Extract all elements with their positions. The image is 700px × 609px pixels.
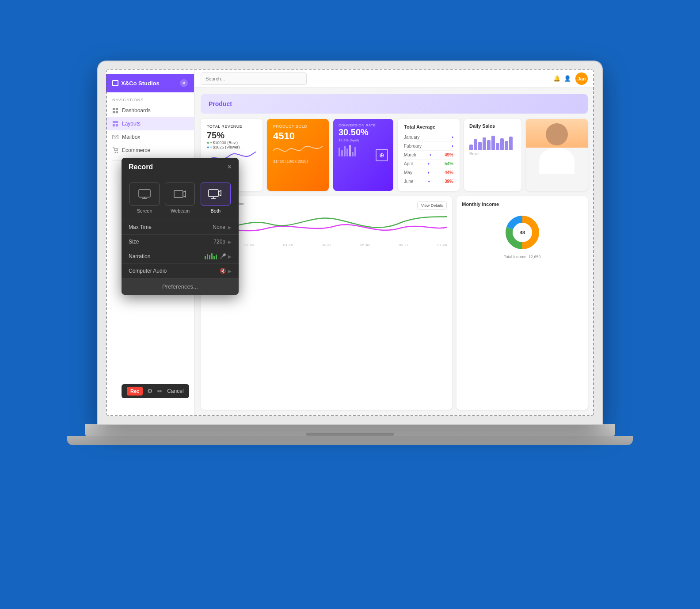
daily-sales-card: Daily Sales (464, 119, 521, 191)
sidebar-item-ecommerce[interactable]: Ecommerce (106, 144, 194, 157)
screen-bezel: X&Co Studios × NAVIGATIONS Dashboards (98, 61, 602, 424)
revenue-amount: • $10000 (Rev.) (210, 141, 238, 145)
preferences-button[interactable]: Preferences... (122, 278, 239, 295)
max-time-row[interactable]: Max Time None ▶ (122, 220, 239, 234)
x-label-2: 02 Jul (244, 243, 254, 247)
wave-chart-svg (206, 209, 447, 240)
conversion-card: CONVERSION RATE 30.50% 14.2% (April) (333, 119, 393, 191)
n-bar-1 (205, 256, 206, 259)
webcam-option[interactable]: Webcam (165, 183, 195, 213)
donut-svg: 48 (502, 213, 542, 252)
edit-icon[interactable]: ✏ (157, 388, 163, 395)
narration-level-indicator (205, 253, 217, 259)
svg-marker-21 (218, 190, 221, 196)
x-label-5: 05 Jul (360, 243, 369, 247)
profile-icon[interactable]: 👤 (564, 75, 571, 82)
svg-rect-3 (116, 111, 118, 113)
mar-pct: 49% (445, 152, 453, 157)
notification-icon[interactable]: 🔔 (553, 75, 560, 82)
avg-row-jan: January ♦ (404, 133, 453, 142)
both-option[interactable]: Both (201, 183, 231, 213)
sidebar-section-label: NAVIGATIONS (106, 92, 194, 104)
bar-10 (509, 137, 513, 150)
n-bar-6 (216, 255, 217, 259)
laptop-foot (67, 436, 633, 445)
both-option-box (201, 183, 231, 206)
sidebar-header: X&Co Studios × (106, 74, 194, 92)
dashboards-label: Dashboards (122, 107, 151, 114)
screen-label: Screen (137, 208, 152, 213)
rec-button[interactable]: Rec (127, 387, 143, 396)
product-wave (273, 142, 323, 157)
cancel-button[interactable]: Cancel (167, 388, 183, 394)
product-sold-label: PRODUCT SOLD (273, 124, 323, 129)
sidebar-close-button[interactable]: × (180, 79, 188, 87)
daily-bars (469, 132, 516, 150)
x-label-3: 03 Jul (283, 243, 293, 247)
svg-rect-4 (113, 121, 118, 123)
size-arrow-icon: ▶ (228, 240, 232, 244)
bar-4 (483, 137, 486, 150)
jun-dot: ♦ (428, 179, 430, 183)
x-label-6: 06 Jul (399, 243, 408, 247)
computer-audio-row[interactable]: Computer Audio 🔇 ▶ (122, 263, 239, 278)
mail-icon (112, 134, 118, 140)
bar-2 (474, 139, 477, 150)
svg-rect-20 (209, 190, 218, 197)
svg-text:48: 48 (520, 230, 525, 235)
n-bar-3 (209, 255, 210, 259)
revenue-label: Reve... (469, 152, 516, 156)
total-average-title: Total Average (404, 124, 453, 129)
n-bar-2 (207, 254, 208, 259)
may-dot: ♦ (427, 171, 429, 175)
both-label: Both (210, 208, 221, 213)
month-jan: January (404, 135, 420, 140)
screen-icon (138, 189, 151, 199)
conversion-value: 30.50% (339, 127, 388, 137)
sidebar-item-mailbox[interactable]: Mailbox (106, 130, 194, 144)
mic-icon: 🎤 (220, 253, 226, 259)
svg-rect-5 (113, 124, 115, 126)
n-bar-4 (211, 253, 213, 259)
profile-photo (526, 119, 588, 191)
feb-dot: ♦ (452, 144, 453, 148)
avg-row-jun: June ♦ 39% (404, 177, 453, 186)
svg-rect-1 (116, 108, 118, 110)
daily-sales-title: Daily Sales (469, 123, 516, 129)
bar-5 (487, 140, 491, 150)
record-modal: Record × Screen (122, 158, 239, 295)
bar-7 (496, 143, 499, 150)
bottom-toolbar: Rec ⚙ ✏ Cancel (122, 384, 189, 398)
max-time-arrow-icon: ▶ (228, 225, 232, 230)
narration-label: Narration (129, 253, 205, 259)
avg-row-mar: March ♦ 49% (404, 151, 453, 160)
screen-option[interactable]: Screen (129, 183, 160, 213)
sidebar-item-layouts[interactable]: Layouts (106, 117, 194, 130)
svg-marker-19 (183, 191, 186, 197)
modal-header: Record × (122, 158, 239, 176)
view-details-button[interactable]: View Details (417, 202, 447, 209)
modal-close-button[interactable]: × (228, 164, 232, 171)
may-pct: 44% (445, 170, 453, 175)
month-apr: April (404, 161, 413, 166)
total-income-label: Total Income: 12,650 (462, 255, 582, 259)
content-area: Product Total Revenue 75% ● • $10000 (Re… (194, 88, 594, 416)
bottom-row: Online Offline View Details (201, 196, 588, 410)
svg-point-8 (115, 152, 116, 153)
jun-pct: 39% (445, 179, 453, 184)
conversion-label: CONVERSION RATE (339, 123, 388, 127)
narration-arrow-icon: ▶ (228, 254, 232, 259)
product-sold-value: 4510 (273, 130, 323, 142)
cart-icon (112, 147, 118, 153)
webcam-icon (174, 189, 186, 199)
ecommerce-label: Ecommerce (122, 147, 150, 153)
size-row[interactable]: Size 720p ▶ (122, 234, 239, 249)
narration-row[interactable]: Narration 🎤 ▶ (122, 249, 239, 263)
avatar[interactable]: Jan (575, 72, 588, 85)
computer-audio-label: Computer Audio (129, 268, 220, 274)
webcam-label: Webcam (171, 208, 190, 213)
settings-icon[interactable]: ⚙ (147, 388, 153, 395)
avg-row-feb: Fabruary ♦ (404, 142, 453, 151)
sidebar-item-dashboards[interactable]: Dashboards (106, 104, 194, 117)
search-input[interactable] (201, 72, 307, 85)
